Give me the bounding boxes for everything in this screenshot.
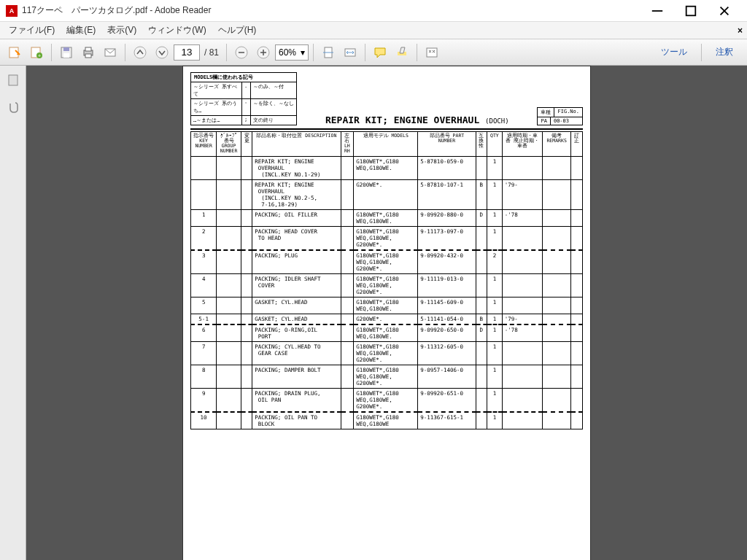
menu-close-icon[interactable]: × bbox=[738, 26, 743, 36]
cell bbox=[241, 388, 252, 412]
cell bbox=[476, 226, 487, 250]
annotate-button[interactable]: 注釈 bbox=[706, 42, 743, 62]
cell bbox=[217, 297, 241, 314]
cell: 9-0957-1406-0 bbox=[418, 365, 476, 388]
cell bbox=[341, 314, 354, 324]
cell: G200WE*. bbox=[354, 179, 418, 209]
attachments-icon[interactable] bbox=[3, 96, 23, 117]
cell bbox=[217, 341, 241, 365]
th-key: 指示番号 KEY NUMBER bbox=[191, 132, 217, 157]
export-pdf-icon[interactable] bbox=[4, 42, 25, 63]
cell bbox=[241, 226, 252, 250]
cell: 5-11141-054-0 bbox=[418, 314, 476, 324]
cell bbox=[476, 250, 487, 274]
cell: 9-11173-097-0 bbox=[418, 226, 476, 250]
tools-button[interactable]: ツール bbox=[651, 42, 697, 62]
cell: PACKING; DAMPER BOLT bbox=[252, 365, 341, 388]
cell: 1 bbox=[487, 209, 503, 226]
cell: 5-87810-107-1 bbox=[418, 179, 476, 209]
cell: 10 bbox=[191, 412, 217, 429]
maximize-button[interactable] bbox=[674, 0, 708, 22]
cell: 9-09920-880-0 bbox=[418, 209, 476, 226]
fit-width-icon[interactable] bbox=[340, 42, 360, 63]
cell bbox=[502, 341, 542, 365]
cell bbox=[341, 250, 354, 274]
cell bbox=[241, 341, 252, 365]
menu-file[interactable]: ファイル(F) bbox=[3, 21, 61, 39]
cell bbox=[571, 273, 583, 297]
cell: G180WET*,G180 WEQ,G180WE, G200WE*. bbox=[354, 365, 418, 388]
cell: G180WET*,G180 WEQ,G180WE, G200WE*. bbox=[354, 273, 418, 297]
read-mode-icon[interactable] bbox=[422, 42, 442, 63]
page-up-icon[interactable] bbox=[130, 42, 150, 63]
comment-icon[interactable] bbox=[370, 42, 390, 63]
zoom-in-icon[interactable] bbox=[253, 42, 274, 63]
cell bbox=[571, 412, 583, 429]
cell bbox=[341, 156, 354, 179]
workspace: MODELS欄に使われる記号 ～シリーズ 系すべて.～のみ、～付 ～シリーズ 系… bbox=[0, 66, 747, 560]
cell: '79- bbox=[502, 314, 542, 324]
menu-window[interactable]: ウィンドウ(W) bbox=[142, 21, 212, 39]
fit-page-icon[interactable] bbox=[318, 42, 338, 63]
th-group: ｸﾞﾙｰﾌﾟ番号 GROUP NUMBER bbox=[217, 132, 241, 157]
cell bbox=[217, 412, 241, 429]
cell bbox=[542, 314, 571, 324]
cell: 1 bbox=[487, 297, 503, 314]
table-row: 4PACKING; IDLER SHAFT COVERG180WET*,G180… bbox=[191, 273, 583, 297]
save-icon[interactable] bbox=[56, 42, 77, 63]
th-change: 変更 bbox=[241, 132, 252, 157]
th-part: 部品番号 PART NUMBER bbox=[418, 132, 476, 157]
cell bbox=[571, 156, 583, 179]
document-area[interactable]: MODELS欄に使われる記号 ～シリーズ 系すべて.～のみ、～付 ～シリーズ 系… bbox=[26, 66, 747, 560]
cell bbox=[217, 365, 241, 388]
cell bbox=[571, 324, 583, 342]
page-title: REPAIR KIT; ENGINE OVERHAUL (DOCH) bbox=[325, 114, 509, 125]
zoom-select[interactable]: 60%▾ bbox=[275, 44, 309, 61]
cell: D bbox=[476, 209, 487, 226]
cell bbox=[341, 412, 354, 429]
parts-table: 指示番号 KEY NUMBER ｸﾞﾙｰﾌﾟ番号 GROUP NUMBER 変更… bbox=[190, 131, 583, 429]
cell: PACKING; OIL PAN TO BLOCK bbox=[252, 412, 341, 429]
th-desc: 部品名称・取付位置 DESCRIPTION bbox=[252, 132, 341, 157]
svg-rect-13 bbox=[85, 54, 91, 58]
cell: 1 bbox=[487, 226, 503, 250]
create-pdf-icon[interactable]: + bbox=[26, 42, 47, 63]
cell bbox=[217, 226, 241, 250]
svg-rect-12 bbox=[85, 47, 91, 51]
page-down-icon[interactable] bbox=[152, 42, 172, 63]
page-number-input[interactable] bbox=[174, 44, 200, 61]
cell bbox=[476, 297, 487, 314]
cell bbox=[476, 412, 487, 429]
thumbnails-icon[interactable] bbox=[3, 70, 23, 90]
cell: -'78 bbox=[502, 209, 542, 226]
cell: 5-87810-059-0 bbox=[418, 156, 476, 179]
menu-view[interactable]: 表示(V) bbox=[101, 21, 142, 39]
table-row: 8PACKING; DAMPER BOLTG180WET*,G180 WEQ,G… bbox=[191, 365, 583, 388]
th-period: 適用時期・車番 廃止時期・車番 bbox=[502, 132, 542, 157]
th-lh: 左右 LH RH bbox=[341, 132, 354, 157]
minimize-button[interactable] bbox=[640, 0, 674, 22]
cell bbox=[191, 156, 217, 179]
cell: G180WET*,G180 WEQ,G180WE. bbox=[354, 324, 418, 342]
cell: PACKING; PLUG bbox=[252, 250, 341, 274]
cell bbox=[341, 209, 354, 226]
cell: 9-11119-013-0 bbox=[418, 273, 476, 297]
cell: 2 bbox=[191, 226, 217, 250]
cell: 7 bbox=[191, 341, 217, 365]
close-button[interactable] bbox=[708, 0, 741, 22]
zoom-out-icon[interactable] bbox=[231, 42, 252, 63]
email-icon[interactable] bbox=[100, 42, 120, 63]
cell: 9-11367-615-1 bbox=[418, 412, 476, 429]
cell: 1 bbox=[487, 314, 503, 324]
highlight-icon[interactable] bbox=[392, 42, 412, 63]
cell: B bbox=[476, 314, 487, 324]
cell bbox=[217, 156, 241, 179]
cell bbox=[341, 226, 354, 250]
cell: G180WET*,G180 WEQ,G180WE. bbox=[354, 297, 418, 314]
menu-edit[interactable]: 編集(E) bbox=[61, 21, 101, 39]
print-icon[interactable] bbox=[78, 42, 98, 63]
table-row: 3PACKING; PLUGG180WET*,G180 WEQ,G180WE, … bbox=[191, 250, 583, 274]
cell: 1 bbox=[487, 273, 503, 297]
menu-help[interactable]: ヘルプ(H) bbox=[212, 21, 263, 39]
chevron-down-icon: ▾ bbox=[301, 47, 305, 58]
